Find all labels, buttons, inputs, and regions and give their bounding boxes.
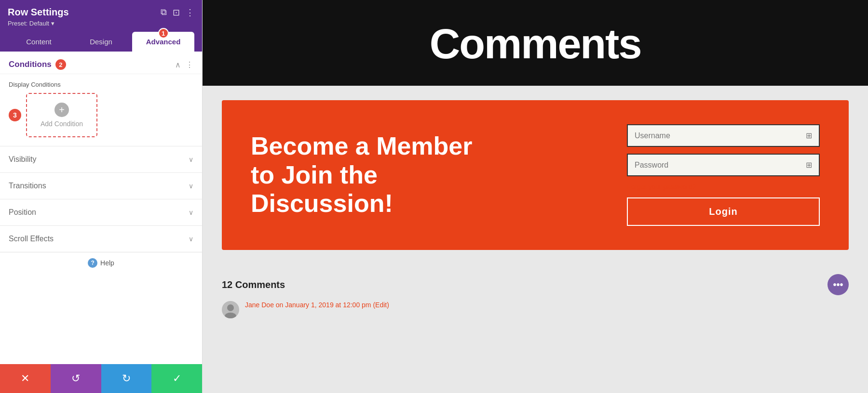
panel-bottom: ? Help bbox=[0, 252, 202, 274]
add-condition-label: Add Condition bbox=[41, 120, 83, 128]
save-button[interactable]: ✓ bbox=[151, 364, 202, 393]
main-content: Comments Become a Member to Join the Dis… bbox=[203, 0, 868, 393]
membership-form: ⊞ ⊞ Forgot your password? Login bbox=[627, 124, 820, 226]
add-condition-area: 3 + Add Condition bbox=[9, 93, 193, 137]
password-input[interactable] bbox=[635, 161, 806, 170]
scroll-effects-section: Scroll Effects ∨ bbox=[0, 225, 202, 252]
panel-tabs: Content Design 1 Advanced bbox=[8, 32, 194, 52]
panel-body: Conditions 2 ∧ ⋮ Display Conditions 3 + … bbox=[0, 52, 202, 364]
comments-hero: Comments bbox=[203, 0, 868, 86]
username-input-wrapper: ⊞ bbox=[627, 124, 820, 147]
scroll-effects-title: Scroll Effects bbox=[9, 235, 54, 243]
password-icon: ⊞ bbox=[806, 160, 812, 170]
layout-icon[interactable]: ⊡ bbox=[173, 7, 180, 18]
scroll-effects-header[interactable]: Scroll Effects ∨ bbox=[0, 226, 202, 252]
membership-card: Become a Member to Join the Discussion! … bbox=[222, 100, 849, 250]
scroll-effects-chevron: ∨ bbox=[189, 235, 193, 243]
comments-hero-title: Comments bbox=[203, 19, 868, 68]
redo-button[interactable]: ↻ bbox=[101, 364, 152, 393]
conditions-title: Conditions bbox=[9, 60, 52, 69]
help-label: Help bbox=[100, 259, 114, 267]
comment-author-line: Jane Doe on January 1, 2019 at 12:00 pm … bbox=[245, 301, 389, 309]
panel-header: Row Settings ⧉ ⊡ ⋮ Preset: Default ▾ Con… bbox=[0, 0, 202, 52]
left-panel: Row Settings ⧉ ⊡ ⋮ Preset: Default ▾ Con… bbox=[0, 0, 203, 393]
panel-header-icons: ⧉ ⊡ ⋮ bbox=[161, 7, 194, 18]
tab-content[interactable]: Content bbox=[8, 32, 70, 52]
visibility-chevron: ∨ bbox=[189, 156, 193, 163]
cancel-button[interactable]: ✕ bbox=[0, 364, 51, 393]
position-header[interactable]: Position ∨ bbox=[0, 199, 202, 225]
conditions-more-icon[interactable]: ⋮ bbox=[186, 60, 193, 69]
undo-button[interactable]: ↺ bbox=[51, 364, 101, 393]
conditions-body: Display Conditions 3 + Add Condition bbox=[0, 74, 202, 146]
position-title: Position bbox=[9, 208, 36, 217]
comments-menu-icon: ••• bbox=[833, 279, 843, 290]
comments-count-row: 12 Comments ••• bbox=[222, 274, 849, 295]
conditions-collapse-icon[interactable]: ∧ bbox=[175, 60, 181, 69]
username-icon: ⊞ bbox=[806, 131, 812, 140]
transitions-chevron: ∨ bbox=[189, 182, 193, 190]
undo-icon: ↺ bbox=[71, 372, 80, 385]
forgot-link[interactable]: Forgot your password? bbox=[627, 183, 820, 191]
transitions-title: Transitions bbox=[9, 182, 46, 190]
comments-count: 12 Comments bbox=[222, 279, 285, 290]
comment-row: Jane Doe on January 1, 2019 at 12:00 pm … bbox=[222, 301, 849, 318]
display-conditions-label: Display Conditions bbox=[9, 81, 193, 88]
position-section: Position ∨ bbox=[0, 199, 202, 225]
conditions-section-header: Conditions 2 ∧ ⋮ bbox=[0, 52, 202, 74]
conditions-header-icons: ∧ ⋮ bbox=[175, 60, 193, 69]
cancel-icon: ✕ bbox=[21, 372, 29, 385]
tab-design[interactable]: Design bbox=[70, 32, 132, 52]
add-condition-button[interactable]: + Add Condition bbox=[26, 93, 97, 137]
visibility-header[interactable]: Visibility ∨ bbox=[0, 146, 202, 172]
save-icon: ✓ bbox=[173, 372, 181, 385]
svg-point-1 bbox=[227, 304, 234, 311]
conditions-badge: 2 bbox=[55, 59, 66, 70]
password-input-wrapper: ⊞ bbox=[627, 154, 820, 176]
transitions-header[interactable]: Transitions ∨ bbox=[0, 173, 202, 199]
membership-headline: Become a Member to Join the Discussion! bbox=[251, 132, 482, 218]
expand-icon[interactable]: ⧉ bbox=[161, 7, 167, 17]
comments-section: 12 Comments ••• Jane Doe on January 1, 2… bbox=[203, 264, 868, 328]
help-icon: ? bbox=[88, 258, 97, 268]
comments-menu-button[interactable]: ••• bbox=[827, 274, 849, 295]
visibility-section: Visibility ∨ bbox=[0, 146, 202, 172]
action-bar: ✕ ↺ ↻ ✓ bbox=[0, 364, 202, 393]
comment-avatar bbox=[222, 301, 239, 318]
position-chevron: ∨ bbox=[189, 209, 193, 216]
panel-title: Row Settings bbox=[8, 7, 69, 18]
step-badge-3: 3 bbox=[9, 109, 21, 121]
help-button[interactable]: ? Help bbox=[88, 258, 114, 268]
advanced-tab-badge: 1 bbox=[158, 28, 169, 39]
plus-circle-icon: + bbox=[54, 103, 69, 117]
visibility-title: Visibility bbox=[9, 155, 37, 164]
panel-preset[interactable]: Preset: Default ▾ bbox=[8, 20, 194, 27]
conditions-title-row: Conditions 2 bbox=[9, 59, 66, 70]
more-icon[interactable]: ⋮ bbox=[186, 7, 194, 18]
redo-icon: ↻ bbox=[122, 372, 131, 385]
membership-section: Become a Member to Join the Discussion! … bbox=[203, 86, 868, 264]
tab-advanced[interactable]: 1 Advanced bbox=[132, 32, 194, 52]
username-input[interactable] bbox=[635, 131, 806, 140]
transitions-section: Transitions ∨ bbox=[0, 172, 202, 199]
login-button[interactable]: Login bbox=[627, 197, 820, 226]
